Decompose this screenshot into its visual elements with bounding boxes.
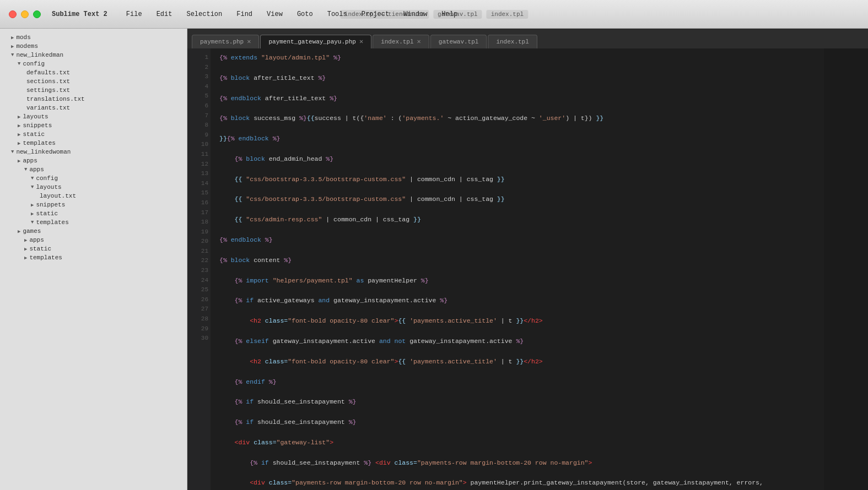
sidebar-label: templates <box>36 219 68 226</box>
chevron-right-icon: ▶ <box>11 35 14 41</box>
sidebar-item-new-linkedman[interactable]: ▼ new_linkedman <box>0 51 187 59</box>
tab-label: index.tpl <box>496 39 529 45</box>
sidebar-label: config <box>23 61 45 67</box>
sidebar-label: mods <box>16 34 30 41</box>
sidebar-item-apps1[interactable]: ▶ apps <box>0 156 187 165</box>
chevron-right-icon: ▶ <box>24 255 27 261</box>
tab-gatewav[interactable]: gatewav.tpl <box>430 35 487 48</box>
traffic-lights <box>9 10 41 18</box>
tab-payments-php[interactable]: payments.php ✕ <box>192 35 259 48</box>
tab-payment-gateway-payu[interactable]: payment_gateway_payu.php ✕ <box>260 35 371 48</box>
sidebar-item-templates2[interactable]: ▼ templates <box>0 218 187 227</box>
code-content[interactable]: {% extends "layout/admin.tpl" %} {% bloc… <box>211 48 824 490</box>
menu-file[interactable]: File <box>124 9 144 19</box>
tab-close-icon[interactable]: ✕ <box>359 39 363 45</box>
maximize-button[interactable] <box>33 10 41 18</box>
sidebar-label: templates <box>29 254 62 261</box>
title-path-2: gatewav.tpl <box>433 10 482 19</box>
sidebar-item-translations[interactable]: translations.txt <box>0 95 187 104</box>
chevron-right-icon: ▶ <box>18 132 20 138</box>
chevron-right-icon: ▶ <box>18 140 20 146</box>
sidebar-item-new-linkedwoman[interactable]: ▼ new_linkedwoman <box>0 148 187 156</box>
title-path-1: index.tpl — tiendanube <box>340 10 429 19</box>
sidebar-item-static3[interactable]: ▶ static <box>0 244 187 253</box>
sidebar-label: games <box>23 228 41 235</box>
menu-goto[interactable]: Goto <box>295 9 315 19</box>
sidebar-label: static <box>36 210 58 217</box>
chevron-right-icon: ▶ <box>24 237 27 243</box>
sidebar-label: static <box>23 131 45 138</box>
chevron-right-icon: ▶ <box>18 228 20 235</box>
sidebar-label: apps <box>29 237 44 243</box>
title-center-paths: index.tpl — tiendanube gatewav.tpl index… <box>340 10 528 19</box>
menu-find[interactable]: Find <box>234 9 255 19</box>
chevron-down-icon: ▼ <box>31 176 34 181</box>
chevron-right-icon: ▶ <box>18 123 20 129</box>
titlebar: Sublime Text 2 File Edit Selection Find … <box>0 0 868 29</box>
sidebar-item-static[interactable]: ▶ static <box>0 130 187 139</box>
chevron-right-icon: ▶ <box>11 43 14 50</box>
code-editor[interactable]: 12345 678910 1112131415 1617181920 21222… <box>187 48 868 490</box>
tab-label: gatewav.tpl <box>439 39 479 45</box>
sidebar-label: translations.txt <box>26 96 85 102</box>
sidebar-item-settings[interactable]: settings.txt <box>0 86 187 95</box>
sidebar-label: layouts <box>36 184 61 190</box>
minimap <box>824 48 868 490</box>
sidebar-item-variants[interactable]: variants.txt <box>0 104 187 112</box>
chevron-right-icon: ▶ <box>31 202 34 208</box>
sidebar-label: layouts <box>23 113 48 120</box>
minimize-button[interactable] <box>21 10 29 18</box>
close-button[interactable] <box>9 10 17 18</box>
tab-index-tpl[interactable]: index.tpl ✕ <box>373 35 429 48</box>
chevron-down-icon: ▼ <box>11 149 14 155</box>
sidebar-label: snippets <box>23 122 52 129</box>
sidebar-item-games[interactable]: ▶ games <box>0 227 187 236</box>
sidebar-label: apps <box>23 157 37 164</box>
menu-selection[interactable]: Selection <box>184 9 224 19</box>
main-area: ▶ mods ▶ modems ▼ new_linkedman ▼ config… <box>0 29 868 490</box>
chevron-right-icon: ▶ <box>31 211 34 217</box>
sidebar-item-snippets[interactable]: ▶ snippets <box>0 121 187 130</box>
sidebar-item-layouts2[interactable]: ▼ layouts <box>0 183 187 192</box>
sidebar-item-sections[interactable]: sections.txt <box>0 77 187 86</box>
sidebar-label: defaults.txt <box>26 69 70 76</box>
line-numbers: 12345 678910 1112131415 1617181920 21222… <box>187 48 211 490</box>
sidebar-item-mods[interactable]: ▶ mods <box>0 33 187 42</box>
sidebar-label: sections.txt <box>26 78 70 85</box>
sidebar-label: templates <box>23 140 55 146</box>
sidebar-item-layout-txt[interactable]: layout.txt <box>0 192 187 200</box>
sidebar-item-config2[interactable]: ▼ config <box>0 174 187 183</box>
sidebar-item-apps3[interactable]: ▶ apps <box>0 236 187 244</box>
app-title: Sublime Text 2 <box>52 10 107 18</box>
sidebar-item-apps2[interactable]: ▼ apps <box>0 165 187 174</box>
sidebar-label: new_linkedman <box>16 52 63 58</box>
chevron-down-icon: ▼ <box>31 184 34 190</box>
tab-close-icon[interactable]: ✕ <box>417 39 421 45</box>
sidebar-item-modems[interactable]: ▶ modems <box>0 42 187 51</box>
title-path-3: index.tpl <box>487 10 528 19</box>
tab-label: payment_gateway_payu.php <box>268 39 355 45</box>
chevron-right-icon: ▶ <box>24 246 27 252</box>
chevron-down-icon: ▼ <box>31 220 34 225</box>
chevron-down-icon: ▼ <box>11 52 14 58</box>
sidebar-item-layouts[interactable]: ▶ layouts <box>0 112 187 121</box>
sidebar-item-config[interactable]: ▼ config <box>0 59 187 68</box>
tab-label: payments.php <box>200 39 244 45</box>
sidebar-item-defaults[interactable]: defaults.txt <box>0 68 187 77</box>
sidebar-item-templates[interactable]: ▶ templates <box>0 139 187 148</box>
tab-index2[interactable]: index.tpl <box>488 35 537 48</box>
sidebar-label: variants.txt <box>26 105 70 111</box>
sidebar-item-snippets2[interactable]: ▶ snippets <box>0 200 187 209</box>
chevron-right-icon: ▶ <box>18 158 20 164</box>
editor-area: payments.php ✕ payment_gateway_payu.php … <box>187 29 868 490</box>
menu-edit[interactable]: Edit <box>154 9 175 19</box>
sidebar-label: config <box>36 175 58 182</box>
sidebar-item-templates3[interactable]: ▶ templates <box>0 253 187 262</box>
sidebar-label: static <box>29 246 51 252</box>
sidebar: ▶ mods ▶ modems ▼ new_linkedman ▼ config… <box>0 29 187 490</box>
sidebar-label: apps <box>29 166 44 173</box>
sidebar-label: layout.txt <box>40 193 76 199</box>
tab-close-icon[interactable]: ✕ <box>247 39 251 45</box>
sidebar-item-static2[interactable]: ▶ static <box>0 209 187 218</box>
menu-view[interactable]: View <box>265 9 285 19</box>
